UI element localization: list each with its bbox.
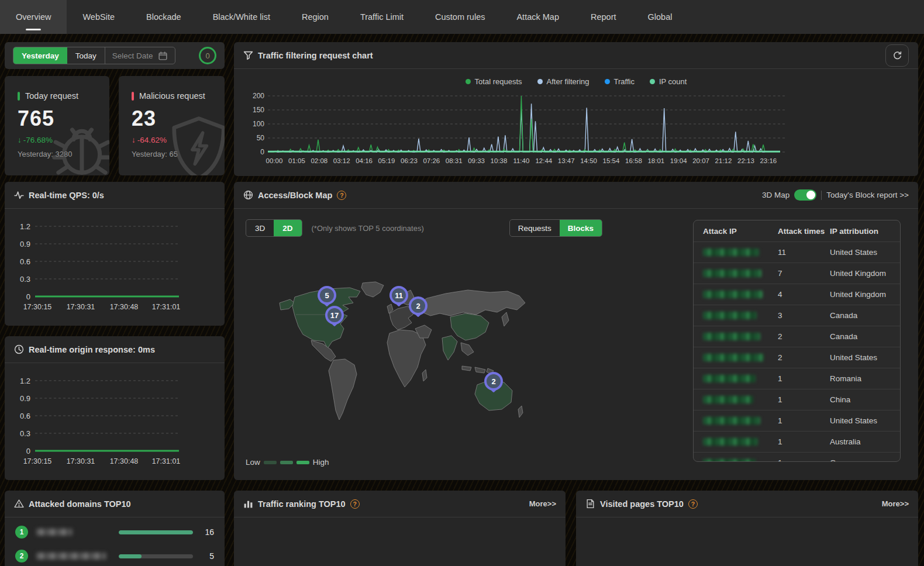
legend-label: IP count [659, 77, 687, 86]
blurred-ip [703, 333, 760, 340]
date-filter-bar: Yesterday Today Select Date 0 [5, 42, 225, 69]
nav-tab-blockade[interactable]: Blockade [130, 0, 197, 34]
map-note: (*Only shows TOP 5 coordinates) [312, 224, 424, 233]
table-row: 7United Kingdom [694, 263, 900, 284]
column-header: Attack IP [703, 227, 778, 236]
attack-times: 2 [778, 353, 830, 362]
more-link[interactable]: More>> [882, 499, 909, 508]
domain-bar [119, 554, 193, 558]
legend-item[interactable]: IP count [650, 77, 687, 86]
map-3d-button[interactable]: 3D [246, 220, 274, 236]
help-icon[interactable]: ? [350, 499, 360, 509]
table-row: 4United Kingdom [694, 284, 900, 305]
date-range-group: Yesterday Today Select Date [13, 47, 175, 64]
map-pin-11[interactable]: 11 [389, 286, 408, 305]
domain-bar [119, 530, 193, 534]
notification-count-badge: 0 [199, 47, 216, 64]
ip-attribution: China [830, 395, 900, 404]
legend-item[interactable]: After filtering [537, 77, 589, 86]
nav-tab-website[interactable]: WebSite [67, 0, 130, 34]
origin-response-chart: 00.30.60.91.217:30:1517:30:3117:30:4817:… [5, 363, 225, 477]
map-dimension-group: 3D 2D [246, 219, 302, 237]
more-link[interactable]: More>> [529, 499, 556, 508]
traffic-request-chart: 05010015020000:0001:0502:0803:1204:1605:… [234, 90, 918, 172]
legend-item[interactable]: Total requests [466, 77, 522, 86]
svg-text:06:23: 06:23 [401, 157, 418, 164]
today-button[interactable]: Today [67, 47, 105, 64]
attack-times: 11 [778, 248, 830, 257]
svg-text:03:12: 03:12 [333, 157, 350, 164]
divider [821, 191, 822, 200]
attack-table-header: Attack IPAttack timesIP attribution [694, 220, 900, 241]
attack-times: 1 [778, 416, 830, 425]
svg-text:0.6: 0.6 [20, 257, 30, 266]
select-date-placeholder: Select Date [112, 51, 153, 60]
legend-low-label: Low [246, 458, 260, 467]
select-date-input[interactable]: Select Date [105, 47, 175, 64]
legend-item[interactable]: Traffic [605, 77, 635, 86]
attack-times: 1 [778, 395, 830, 404]
nav-tab-black-white-list[interactable]: Black/White list [197, 0, 286, 34]
svg-text:17:30:15: 17:30:15 [23, 457, 52, 465]
table-row: 1United States [694, 410, 900, 431]
blocks-filter-button[interactable]: Blocks [560, 220, 602, 236]
warning-icon [14, 499, 24, 509]
qps-chart: 00.30.60.91.217:30:1517:30:3117:30:4817:… [5, 209, 225, 322]
legend-dot [466, 79, 471, 84]
panel-title: Real-time QPS: 0/s [29, 191, 104, 200]
yesterday-button[interactable]: Yesterday [13, 47, 67, 64]
globe-icon [243, 190, 253, 200]
blurred-ip [703, 417, 760, 424]
nav-tab-traffic-limit[interactable]: Traffic Limit [344, 0, 419, 34]
nav-tab-report[interactable]: Report [575, 0, 632, 34]
ip-attribution: Romania [830, 374, 900, 383]
clock-icon [14, 344, 24, 354]
svg-text:0: 0 [26, 292, 30, 301]
svg-text:00:00: 00:00 [266, 157, 283, 164]
svg-text:16:58: 16:58 [625, 157, 642, 164]
density-swatch-high [296, 461, 309, 464]
top-nav: OverviewWebSiteBlockadeBlack/White listR… [0, 0, 924, 34]
help-icon[interactable]: ? [337, 191, 346, 200]
world-map: 5171122 [275, 279, 527, 430]
svg-text:19:04: 19:04 [670, 157, 687, 164]
blurred-ip [703, 354, 764, 361]
visited-pages-panel: Visited pages TOP10 ? More>> [576, 491, 918, 566]
svg-text:200: 200 [253, 92, 264, 100]
map-3d-toggle[interactable] [794, 189, 816, 201]
blurred-ip [703, 438, 758, 446]
rank-badge: 2 [15, 550, 28, 562]
table-row: 11United States [694, 241, 900, 263]
accent-bar [132, 92, 134, 101]
nav-tab-region[interactable]: Region [286, 0, 344, 34]
map-pin-17[interactable]: 17 [325, 306, 344, 325]
svg-text:17:30:48: 17:30:48 [110, 457, 139, 465]
help-icon[interactable]: ? [688, 499, 698, 509]
svg-text:17:31:01: 17:31:01 [152, 457, 181, 465]
nav-tab-global[interactable]: Global [632, 0, 688, 34]
map-2d-button[interactable]: 2D [274, 220, 301, 236]
map-pin-5[interactable]: 5 [318, 286, 336, 305]
legend-dot [537, 79, 543, 84]
refresh-button[interactable] [885, 44, 909, 67]
svg-text:0.3: 0.3 [20, 275, 30, 284]
attack-times: 2 [778, 332, 830, 341]
map-pin-2[interactable]: 2 [484, 372, 503, 391]
legend-dot [605, 79, 610, 84]
svg-text:22:13: 22:13 [737, 157, 754, 164]
svg-text:1.2: 1.2 [20, 377, 30, 385]
svg-text:0.3: 0.3 [20, 429, 30, 438]
table-row: 3Canada [694, 305, 900, 326]
map-3d-toggle-label: 3D Map [762, 191, 789, 199]
nav-tab-attack-map[interactable]: Attack Map [501, 0, 575, 34]
requests-filter-button[interactable]: Requests [510, 220, 560, 236]
attack-ip-table: Attack IPAttack timesIP attribution11Uni… [693, 220, 901, 462]
svg-text:12:44: 12:44 [535, 157, 552, 164]
block-report-link[interactable]: Today's Block report >> [826, 191, 909, 199]
svg-text:15:54: 15:54 [603, 157, 620, 164]
domain-attack-count: 16 [201, 527, 214, 537]
map-pin-2[interactable]: 2 [409, 296, 427, 315]
blurred-ip [703, 396, 753, 403]
nav-tab-custom-rules[interactable]: Custom rules [419, 0, 501, 34]
nav-tab-overview[interactable]: Overview [0, 0, 67, 34]
